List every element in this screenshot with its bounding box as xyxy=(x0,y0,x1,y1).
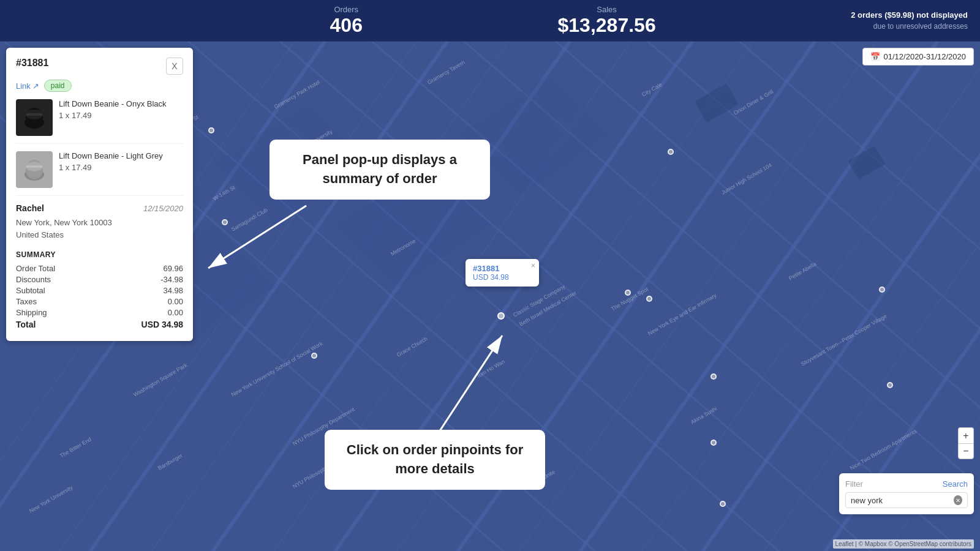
customer-row: Rachel 12/15/2020 xyxy=(16,203,183,213)
callout-panel-popup: Panel pop-up displays a summary of order xyxy=(270,140,490,200)
summary-shipping: Shipping 0.00 xyxy=(16,308,183,317)
date-picker-value: 01/12/2020-31/12/2020 xyxy=(884,52,966,61)
item-1-image xyxy=(16,99,53,136)
filter-label: Filter xyxy=(845,479,863,489)
filter-search-button[interactable]: Search xyxy=(943,479,968,489)
orders-label: Orders xyxy=(330,5,363,14)
panel-order-number: #31881 xyxy=(16,58,48,69)
notice-main: 2 orders ($59.98) not displayed xyxy=(851,9,968,21)
zoom-controls: + − xyxy=(958,427,974,459)
item-1-qty: 1 x 17.49 xyxy=(59,111,183,120)
date-picker[interactable]: 📅 01/12/2020-31/12/2020 xyxy=(862,48,974,66)
summary-subtotal: Subtotal 34.98 xyxy=(16,286,183,295)
item-1-name: Lift Down Beanie - Onyx Black xyxy=(59,99,183,108)
item-2-qty: 1 x 17.49 xyxy=(59,163,183,172)
callout-pinpoints: Click on order pinpoints for more detail… xyxy=(325,430,545,490)
map-pin-scattered[interactable] xyxy=(710,373,717,380)
panel-link-row: Link ↗ paid xyxy=(16,80,183,92)
paid-status-badge: paid xyxy=(44,80,72,92)
map-pin-scattered[interactable] xyxy=(887,382,893,388)
item-2-details: Lift Down Beanie - Light Grey 1 x 17.49 xyxy=(59,151,183,188)
zoom-in-button[interactable]: + xyxy=(958,427,974,443)
panel-order-link[interactable]: Link ↗ xyxy=(16,81,39,91)
panel-header: #31881 X xyxy=(16,58,183,75)
discounts-value: -34.98 xyxy=(160,275,183,284)
popup-amount: USD 34.98 xyxy=(473,273,532,282)
calendar-icon: 📅 xyxy=(870,52,880,61)
map-popup: × #31881 USD 34.98 xyxy=(466,259,539,287)
map-pin-scattered[interactable] xyxy=(710,440,717,446)
filter-input[interactable] xyxy=(851,496,954,505)
summary-taxes: Taxes 0.00 xyxy=(16,297,183,306)
discounts-label: Discounts xyxy=(16,275,51,284)
item-2-name: Lift Down Beanie - Light Grey xyxy=(59,151,183,160)
subtotal-label: Subtotal xyxy=(16,286,45,295)
summary-order-total: Order Total 69.96 xyxy=(16,264,183,273)
map-pin-scattered[interactable] xyxy=(625,290,631,296)
svg-rect-73 xyxy=(26,165,43,168)
filter-top: Filter Search xyxy=(845,479,968,489)
map-pin-scattered[interactable] xyxy=(879,287,885,293)
order-date: 12/15/2020 xyxy=(143,204,183,213)
callout-pinpoints-text: Click on order pinpoints for more detail… xyxy=(339,441,530,479)
total-label: Total xyxy=(16,320,36,329)
map-pin-scattered[interactable] xyxy=(208,127,214,133)
taxes-value: 0.00 xyxy=(168,297,183,306)
summary-discounts: Discounts -34.98 xyxy=(16,275,183,284)
header: Orders 406 Sales $13,287.56 2 orders ($5… xyxy=(0,0,980,42)
summary-total: Total USD 34.98 xyxy=(16,320,183,329)
address-line2: United States xyxy=(16,230,64,239)
customer-address: New York, New York 10003 United States xyxy=(16,217,183,241)
link-text: Link xyxy=(16,81,31,91)
sales-stat: Sales $13,287.56 xyxy=(558,5,656,37)
order-total-label: Order Total xyxy=(16,264,55,273)
item-1-details: Lift Down Beanie - Onyx Black 1 x 17.49 xyxy=(59,99,183,136)
taxes-label: Taxes xyxy=(16,297,37,306)
side-panel: #31881 X Link ↗ paid Lift Down Beanie - … xyxy=(6,48,193,341)
order-summary: SUMMARY Order Total 69.96 Discounts -34.… xyxy=(16,250,183,329)
zoom-out-button[interactable]: − xyxy=(958,443,974,459)
notice-sub: due to unresolved addresses xyxy=(873,22,968,31)
map-pin-main[interactable] xyxy=(497,312,505,320)
callout-panel-text: Panel pop-up displays a summary of order xyxy=(284,151,475,189)
map-container[interactable]: Gramercy Park Hotel Gramercy Tavern City… xyxy=(0,42,980,551)
map-pin-scattered[interactable] xyxy=(646,296,652,302)
popup-close-button[interactable]: × xyxy=(531,261,535,270)
total-value: USD 34.98 xyxy=(141,320,183,329)
filter-input-row: ✕ xyxy=(845,492,968,508)
order-total-value: 69.96 xyxy=(163,264,183,273)
filter-clear-button[interactable]: ✕ xyxy=(954,495,962,505)
map-pin-scattered[interactable] xyxy=(311,353,317,359)
summary-title: SUMMARY xyxy=(16,250,183,259)
shipping-value: 0.00 xyxy=(168,308,183,317)
shipping-label: Shipping xyxy=(16,308,47,317)
external-link-icon: ↗ xyxy=(32,81,39,91)
address-line1: New York, New York 10003 xyxy=(16,218,112,227)
order-item-2: Lift Down Beanie - Light Grey 1 x 17.49 xyxy=(16,151,183,196)
order-item-1: Lift Down Beanie - Onyx Black 1 x 17.49 xyxy=(16,99,183,144)
map-pin-scattered[interactable] xyxy=(222,219,228,225)
item-2-image xyxy=(16,151,53,188)
subtotal-value: 34.98 xyxy=(163,286,183,295)
map-pin-scattered[interactable] xyxy=(720,501,726,507)
map-pin-scattered[interactable] xyxy=(668,149,674,155)
header-notice: 2 orders ($59.98) not displayed due to u… xyxy=(851,9,968,32)
map-attribution: Leaflet | © Mapbox © OpenStreetMap contr… xyxy=(833,539,974,549)
panel-close-button[interactable]: X xyxy=(166,58,183,75)
orders-value: 406 xyxy=(330,14,363,36)
sales-label: Sales xyxy=(558,5,656,14)
customer-name: Rachel xyxy=(16,203,44,213)
sales-value: $13,287.56 xyxy=(558,14,656,36)
filter-box: Filter Search ✕ xyxy=(839,473,974,514)
popup-order-number[interactable]: #31881 xyxy=(473,264,532,273)
orders-stat: Orders 406 xyxy=(330,5,363,37)
svg-rect-69 xyxy=(26,113,43,116)
